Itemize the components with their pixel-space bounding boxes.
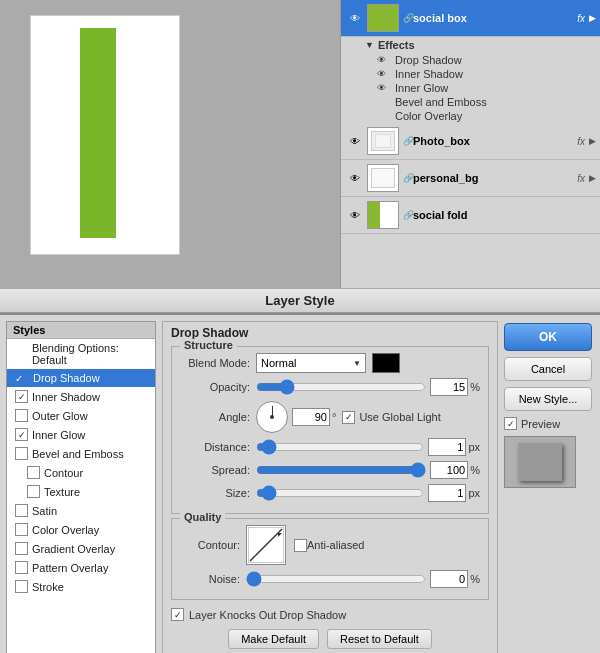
distance-unit: px bbox=[468, 441, 480, 453]
layer-name: social fold bbox=[413, 209, 584, 221]
layer-visibility-icon[interactable]: 👁 bbox=[345, 207, 365, 223]
dialog-title: Layer Style bbox=[0, 288, 600, 313]
spread-unit: % bbox=[470, 464, 480, 476]
effects-section: ▼ Effects 👁 Drop Shadow 👁 Inner Shadow 👁… bbox=[341, 37, 600, 123]
style-gradient-overlay[interactable]: Gradient Overlay bbox=[7, 539, 155, 558]
opacity-slider[interactable] bbox=[256, 381, 426, 393]
style-checkbox-icon[interactable] bbox=[15, 561, 28, 574]
style-inner-glow[interactable]: Inner Glow bbox=[7, 425, 155, 444]
style-texture[interactable]: Texture bbox=[7, 482, 155, 501]
distance-slider[interactable] bbox=[256, 441, 424, 453]
make-default-button[interactable]: Make Default bbox=[228, 629, 319, 649]
angle-deg: ° bbox=[332, 411, 336, 423]
ok-button[interactable]: OK bbox=[504, 323, 592, 351]
preview-label: Preview bbox=[521, 418, 560, 430]
style-label: Inner Glow bbox=[32, 429, 85, 441]
layer-item-social-box[interactable]: 👁 🔗 social box fx ▶ bbox=[341, 0, 600, 37]
effects-header: ▼ Effects bbox=[341, 37, 600, 53]
layer-visibility-icon[interactable]: 👁 bbox=[345, 10, 365, 26]
blend-mode-value: Normal bbox=[261, 357, 296, 369]
effect-inner-glow[interactable]: 👁 Inner Glow bbox=[341, 81, 600, 95]
style-outer-glow[interactable]: Outer Glow bbox=[7, 406, 155, 425]
global-light-row: Use Global Light bbox=[342, 411, 440, 424]
style-checkbox-icon[interactable] bbox=[15, 504, 28, 517]
anti-aliased-checkbox[interactable] bbox=[294, 539, 307, 552]
canvas-green-element bbox=[80, 28, 116, 238]
style-checkbox-icon[interactable] bbox=[15, 409, 28, 422]
style-label: Outer Glow bbox=[32, 410, 88, 422]
layer-item-personal-bg[interactable]: 👁 🔗 personal_bg fx ▶ bbox=[341, 160, 600, 197]
style-checkbox-icon[interactable] bbox=[27, 485, 40, 498]
layer-visibility-icon[interactable]: 👁 bbox=[345, 133, 365, 149]
layer-item-social-fold[interactable]: 👁 🔗 social fold fx bbox=[341, 197, 600, 234]
contour-preview[interactable] bbox=[246, 525, 286, 565]
new-style-button[interactable]: New Style... bbox=[504, 387, 592, 411]
spread-slider[interactable] bbox=[256, 464, 426, 476]
distance-label: Distance: bbox=[180, 441, 250, 453]
effect-visibility-icon[interactable]: 👁 bbox=[377, 97, 391, 107]
style-satin[interactable]: Satin bbox=[7, 501, 155, 520]
opacity-input[interactable] bbox=[430, 378, 468, 396]
blend-color-swatch[interactable] bbox=[372, 353, 400, 373]
effect-visibility-icon[interactable]: 👁 bbox=[377, 69, 391, 79]
effect-visibility-icon[interactable]: 👁 bbox=[377, 55, 391, 65]
layers-panel: 👁 🔗 social box fx ▶ ▼ Effects 👁 Drop Sha… bbox=[340, 0, 600, 288]
angle-label: Angle: bbox=[180, 411, 250, 423]
style-bevel-emboss[interactable]: Bevel and Emboss bbox=[7, 444, 155, 463]
effect-visibility-icon[interactable]: 👁 bbox=[377, 111, 391, 121]
opacity-slider-container bbox=[256, 381, 430, 393]
use-global-light-label: Use Global Light bbox=[359, 411, 440, 423]
layer-style-dialog: Styles Blending Options: Default ✓ Drop … bbox=[0, 313, 600, 653]
spread-input[interactable] bbox=[430, 461, 468, 479]
size-slider[interactable] bbox=[256, 487, 424, 499]
effect-inner-shadow[interactable]: 👁 Inner Shadow bbox=[341, 67, 600, 81]
style-label: Pattern Overlay bbox=[32, 562, 108, 574]
distance-slider-container bbox=[256, 441, 428, 453]
style-color-overlay[interactable]: Color Overlay bbox=[7, 520, 155, 539]
noise-slider[interactable] bbox=[246, 573, 426, 585]
noise-input[interactable] bbox=[430, 570, 468, 588]
opacity-row: Opacity: % bbox=[180, 378, 480, 396]
use-global-light-checkbox[interactable] bbox=[342, 411, 355, 424]
cancel-button[interactable]: Cancel bbox=[504, 357, 592, 381]
style-contour[interactable]: Contour bbox=[7, 463, 155, 482]
style-checkbox-icon[interactable] bbox=[15, 447, 28, 460]
style-label: Contour bbox=[44, 467, 83, 479]
style-pattern-overlay[interactable]: Pattern Overlay bbox=[7, 558, 155, 577]
bottom-actions: Make Default Reset to Default bbox=[163, 625, 497, 653]
contour-row: Contour: Anti-aliased bbox=[180, 525, 480, 565]
noise-slider-container bbox=[246, 573, 430, 585]
style-stroke[interactable]: Stroke bbox=[7, 577, 155, 596]
preview-checkbox[interactable] bbox=[504, 417, 517, 430]
blend-mode-select[interactable]: Normal bbox=[256, 353, 366, 373]
layer-fx-icon: fx bbox=[577, 136, 585, 147]
style-checkbox-icon[interactable] bbox=[15, 523, 28, 536]
quality-label: Quality bbox=[180, 511, 225, 523]
style-checkbox-icon[interactable] bbox=[15, 580, 28, 593]
drop-shadow-panel: Drop Shadow Structure Blend Mode: Normal… bbox=[162, 321, 498, 653]
angle-dial[interactable] bbox=[256, 401, 288, 433]
layer-knockout-checkbox[interactable] bbox=[171, 608, 184, 621]
style-inner-shadow[interactable]: Inner Shadow bbox=[7, 387, 155, 406]
layer-visibility-icon[interactable]: 👁 bbox=[345, 170, 365, 186]
style-blending-options[interactable]: Blending Options: Default bbox=[7, 339, 155, 369]
effect-color-overlay[interactable]: 👁 Color Overlay bbox=[341, 109, 600, 123]
effect-visibility-icon[interactable]: 👁 bbox=[377, 83, 391, 93]
effect-bevel-emboss[interactable]: 👁 Bevel and Emboss bbox=[341, 95, 600, 109]
style-checkbox-icon[interactable] bbox=[15, 428, 28, 441]
style-drop-shadow[interactable]: ✓ Drop Shadow bbox=[7, 369, 155, 387]
style-checkbox-icon[interactable] bbox=[27, 466, 40, 479]
layer-name: personal_bg bbox=[413, 172, 577, 184]
size-input[interactable] bbox=[428, 484, 466, 502]
reset-to-default-button[interactable]: Reset to Default bbox=[327, 629, 432, 649]
effect-drop-shadow[interactable]: 👁 Drop Shadow bbox=[341, 53, 600, 67]
layer-item-photo-box[interactable]: 👁 🔗 Photo_box fx ▶ bbox=[341, 123, 600, 160]
angle-input[interactable] bbox=[292, 408, 330, 426]
style-checkbox-icon[interactable] bbox=[15, 390, 28, 403]
style-checkbox-icon[interactable] bbox=[15, 542, 28, 555]
distance-input[interactable] bbox=[428, 438, 466, 456]
noise-row: Noise: % bbox=[180, 570, 480, 588]
effect-label: Inner Glow bbox=[395, 82, 448, 94]
layer-fx-icon: fx bbox=[584, 210, 592, 221]
contour-label: Contour: bbox=[180, 539, 240, 551]
